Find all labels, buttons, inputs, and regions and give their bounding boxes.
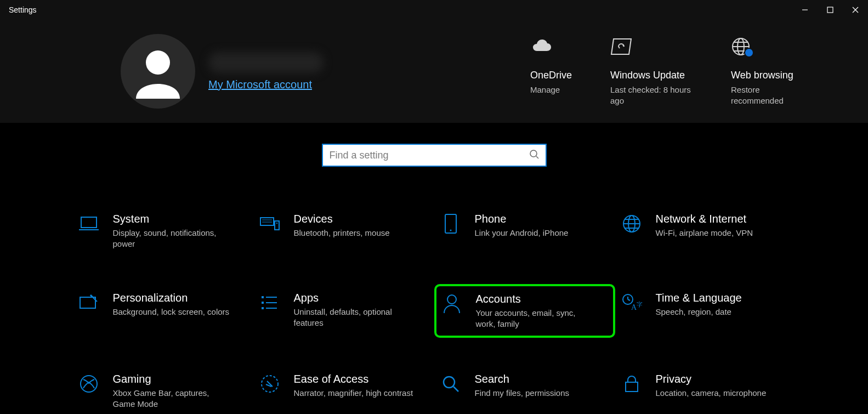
search-input[interactable] — [330, 150, 529, 161]
category-title: Accounts — [476, 293, 597, 305]
svg-text:字: 字 — [637, 301, 642, 308]
category-sub: Find my files, permissions — [475, 388, 570, 399]
category-title: System — [113, 213, 234, 225]
category-title: Devices — [294, 213, 390, 225]
avatar-icon — [131, 44, 185, 99]
globe-icon — [731, 37, 751, 56]
category-time-language[interactable]: A字 Time & Language Speech, region, date — [615, 284, 796, 338]
category-ease-of-access[interactable]: Ease of Access Narrator, magnifier, high… — [253, 365, 434, 414]
person-icon — [441, 293, 463, 315]
category-title: Personalization — [113, 292, 230, 304]
browsing-sub: Restore recommended — [731, 84, 813, 106]
window-controls — [792, 0, 868, 20]
close-icon — [852, 7, 859, 13]
svg-line-43 — [453, 387, 458, 392]
windows-update-tile[interactable]: Windows Update Last checked: 8 hours ago — [610, 37, 693, 106]
header-tiles: OneDrive Manage Windows Update Last chec… — [530, 37, 813, 106]
category-title: Phone — [475, 213, 569, 225]
lock-icon — [621, 373, 643, 395]
category-title: Time & Language — [656, 292, 742, 304]
category-system[interactable]: System Display, sound, notifications, po… — [72, 205, 253, 257]
ease-of-access-icon — [259, 373, 281, 395]
clock-language-icon: A字 — [621, 292, 643, 314]
category-devices[interactable]: Devices Bluetooth, printers, mouse — [253, 205, 434, 257]
phone-icon — [440, 213, 462, 235]
svg-rect-1 — [827, 7, 833, 13]
update-title: Windows Update — [610, 70, 685, 81]
onedrive-sub: Manage — [530, 84, 560, 95]
close-button[interactable] — [843, 0, 868, 20]
svg-rect-15 — [275, 221, 279, 230]
keyboard-icon — [259, 213, 281, 235]
settings-main: System Display, sound, notifications, po… — [0, 123, 868, 414]
notification-badge — [744, 48, 754, 58]
my-microsoft-account-link[interactable]: My Microsoft account — [208, 78, 324, 91]
category-sub: Display, sound, notifications, power — [113, 228, 234, 249]
category-sub: Location, camera, microphone — [656, 388, 767, 399]
update-icon — [610, 37, 632, 56]
user-avatar[interactable] — [121, 34, 195, 109]
category-title: Apps — [294, 292, 415, 304]
category-network[interactable]: Network & Internet Wi-Fi, airplane mode,… — [615, 205, 796, 257]
category-title: Privacy — [656, 373, 767, 385]
user-name-redacted — [208, 52, 324, 73]
window-title: Settings — [9, 5, 37, 14]
svg-point-10 — [530, 150, 537, 157]
category-gaming[interactable]: Gaming Xbox Game Bar, captures, Game Mod… — [72, 365, 253, 414]
category-phone[interactable]: Phone Link your Android, iPhone — [434, 205, 615, 257]
category-sub: Xbox Game Bar, captures, Game Mode — [113, 388, 234, 409]
svg-point-42 — [444, 377, 455, 388]
category-title: Search — [475, 373, 570, 385]
svg-rect-30 — [262, 302, 264, 304]
svg-point-20 — [450, 230, 451, 231]
category-apps[interactable]: Apps Uninstall, defaults, optional featu… — [253, 284, 434, 338]
svg-rect-26 — [80, 297, 95, 308]
category-personalization[interactable]: Personalization Background, lock screen,… — [72, 284, 253, 338]
search-box[interactable] — [322, 144, 547, 167]
svg-point-4 — [146, 50, 170, 75]
paintbrush-icon — [78, 292, 100, 314]
category-title: Ease of Access — [294, 373, 413, 385]
xbox-icon — [78, 373, 100, 395]
category-sub: Background, lock screen, colors — [113, 307, 230, 317]
category-sub: Uninstall, defaults, optional features — [294, 307, 415, 328]
settings-header: My Microsoft account OneDrive Manage Win… — [0, 20, 868, 123]
browsing-title: Web browsing — [731, 70, 793, 81]
maximize-button[interactable] — [818, 0, 843, 20]
category-sub: Bluetooth, printers, mouse — [294, 228, 390, 239]
svg-rect-28 — [262, 296, 264, 298]
minimize-icon — [802, 7, 808, 13]
svg-point-34 — [447, 295, 456, 304]
globe-network-icon — [621, 213, 643, 235]
svg-rect-14 — [260, 218, 274, 225]
category-sub: Narrator, magnifier, high contrast — [294, 388, 413, 399]
svg-rect-44 — [626, 382, 638, 392]
svg-rect-32 — [262, 307, 264, 309]
update-sub: Last checked: 8 hours ago — [610, 84, 693, 106]
category-sub: Wi-Fi, airplane mode, VPN — [656, 228, 753, 239]
minimize-button[interactable] — [792, 0, 818, 20]
title-bar: Settings — [0, 0, 868, 20]
category-grid: System Display, sound, notifications, po… — [72, 205, 796, 414]
web-browsing-tile[interactable]: Web browsing Restore recommended — [731, 37, 813, 106]
laptop-icon — [78, 213, 100, 235]
user-info: My Microsoft account — [208, 52, 324, 91]
category-search[interactable]: Search Find my files, permissions — [434, 365, 615, 414]
search-icon — [529, 149, 539, 161]
category-sub: Your accounts, email, sync, work, family — [476, 308, 597, 329]
category-accounts[interactable]: Accounts Your accounts, email, sync, wor… — [434, 284, 615, 338]
maximize-icon — [827, 7, 833, 13]
category-privacy[interactable]: Privacy Location, camera, microphone — [615, 365, 796, 414]
category-title: Network & Internet — [656, 213, 753, 225]
svg-line-11 — [536, 156, 538, 158]
category-sub: Link your Android, iPhone — [475, 228, 569, 239]
onedrive-title: OneDrive — [530, 70, 572, 81]
cloud-icon — [530, 37, 552, 56]
magnifier-icon — [440, 373, 462, 395]
svg-line-37 — [628, 299, 630, 300]
apps-list-icon — [259, 292, 281, 314]
svg-point-18 — [276, 223, 277, 224]
onedrive-tile[interactable]: OneDrive Manage — [530, 37, 572, 106]
category-sub: Speech, region, date — [656, 307, 742, 317]
category-title: Gaming — [113, 373, 234, 385]
